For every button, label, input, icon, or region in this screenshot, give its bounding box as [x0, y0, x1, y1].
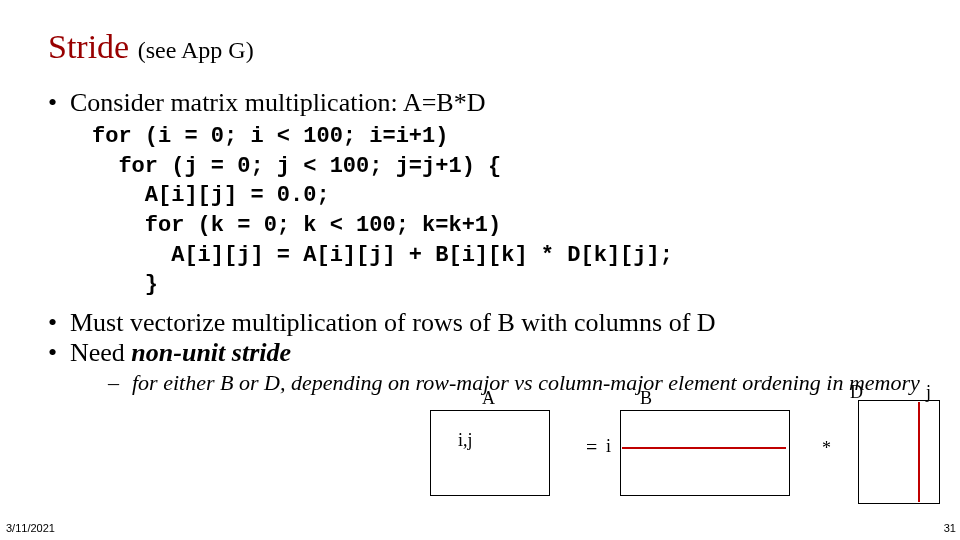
bullet-3-text: Need non-unit stride — [70, 338, 291, 368]
matrix-B — [620, 410, 790, 496]
bullet-3: • Need non-unit stride — [48, 338, 928, 368]
slide: Stride (see App G) • Consider matrix mul… — [0, 0, 960, 540]
code-block: for (i = 0; i < 100; i=i+1) for (j = 0; … — [92, 122, 928, 300]
row-highlight — [622, 447, 786, 449]
dash-icon: – — [108, 370, 132, 396]
matrix-D — [858, 400, 940, 504]
title-sub: (see App G) — [138, 37, 254, 63]
label-i: i — [606, 436, 611, 457]
bullet-1-text: Consider matrix multiplication: A=B*D — [70, 88, 485, 118]
sub-bullet-text: for either B or D, depending on row-majo… — [132, 370, 920, 396]
equals-sign: = — [586, 436, 597, 459]
bullet-dot: • — [48, 310, 70, 336]
bullet-3-em: non-unit stride — [131, 338, 291, 367]
slide-title: Stride (see App G) — [48, 28, 254, 66]
bullet-1: • Consider matrix multiplication: A=B*D — [48, 88, 928, 118]
body: • Consider matrix multiplication: A=B*D … — [48, 88, 928, 396]
bullet-dot: • — [48, 340, 70, 366]
sub-bullet: – for either B or D, depending on row-ma… — [108, 370, 928, 396]
matrix-A — [430, 410, 550, 496]
bullet-2-text: Must vectorize multiplication of rows of… — [70, 308, 716, 338]
footer-page: 31 — [944, 522, 956, 534]
label-ij: i,j — [458, 430, 473, 451]
multiply-sign: * — [822, 438, 831, 459]
bullet-3-prefix: Need — [70, 338, 131, 367]
column-highlight — [918, 402, 920, 502]
title-main: Stride — [48, 28, 129, 65]
label-B: B — [640, 388, 652, 409]
matrix-diagram: A i,j = i B * D j — [430, 402, 950, 532]
label-A: A — [482, 388, 495, 409]
footer-date: 3/11/2021 — [6, 522, 55, 534]
bullet-2: • Must vectorize multiplication of rows … — [48, 308, 928, 338]
bullet-dot: • — [48, 90, 70, 116]
